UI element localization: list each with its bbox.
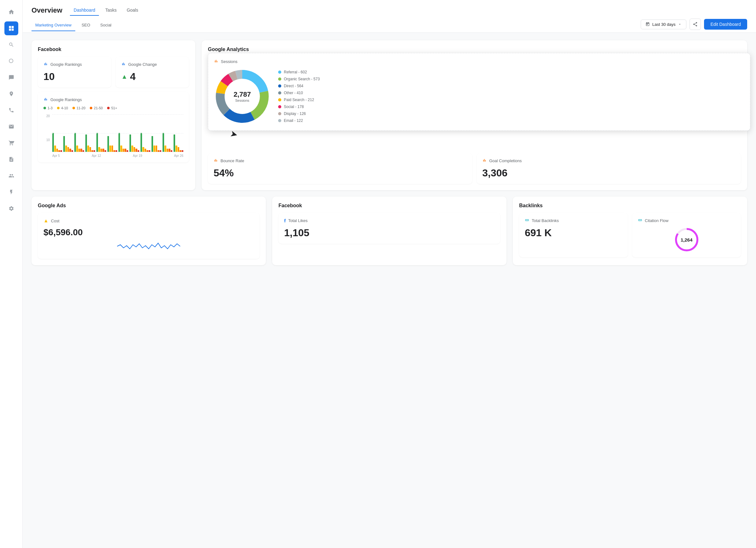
cost-label: Cost [51,219,60,223]
subtab-marketing[interactable]: Marketing Overview [31,20,75,31]
cart-icon[interactable] [4,136,18,150]
goal-label: Goal Completions [489,158,522,163]
sessions-container: 2,787 Sessions Referral - 602 Organic Se… [214,68,744,125]
citation-link-icon [638,218,642,223]
cost-sparkline [43,240,254,254]
sidebar [0,0,23,548]
mail-icon[interactable] [4,120,18,134]
chart-legend: 1-3 4-10 11-20 21-50 51+ [43,106,183,110]
legend-email: Email - 122 [284,118,303,123]
citation-flow-circle: 1,264 [638,227,735,252]
bounce-rate-card: Bounce Rate 54% [208,153,472,184]
nav-tabs: Dashboard Tasks Goals [70,5,142,15]
ga-section-title: Google Analytics [208,47,741,52]
bounce-icon [214,158,218,163]
home-icon[interactable] [4,5,18,19]
ga-lower-cards: Bounce Rate 54% Goal Completions [208,153,741,184]
legend-referral: Referral - 602 [284,70,307,74]
google-ads-icon: ▲ [43,218,49,224]
date-picker-button[interactable]: Last 30 days [641,20,687,29]
main-content: Overview Dashboard Tasks Goals Marketing… [23,0,756,548]
bar-chart-icon [43,62,48,67]
google-rankings-label: Google Rankings [50,62,82,67]
donut-center: 2,787 Sessions [233,90,251,102]
legend-4-10: 4-10 [61,106,68,110]
plugin-icon[interactable] [4,185,18,199]
google-ads-title: Google Ads [38,203,260,208]
page-title: Overview [31,6,62,14]
edit-dashboard-button[interactable]: Edit Dashboard [704,19,747,30]
rankings-chart-icon [43,97,48,102]
legend-1-3: 1-3 [48,106,53,110]
total-backlinks-value: 691 K [525,227,622,239]
legend-paid: Paid Search - 212 [284,98,314,102]
phone-icon[interactable] [4,103,18,117]
legend-display: Display - 126 [284,111,306,116]
facebook-section: Facebook Google Rankings 10 [31,40,195,190]
sub-tabs: Marketing Overview SEO Social [31,20,115,31]
compass-icon[interactable] [4,87,18,101]
share-button[interactable] [690,19,701,30]
sessions-label: Sessions [221,59,238,64]
legend-organic: Organic Search - 573 [284,77,320,81]
floating-arrow: ➤ [229,128,239,140]
file-icon[interactable] [4,152,18,166]
legend-direct: Direct - 564 [284,84,303,88]
google-change-label: Google Change [128,62,157,67]
settings-icon[interactable] [4,202,18,215]
sessions-legend: Referral - 602 Organic Search - 573 Dire… [278,70,320,123]
google-change-value: 4 [130,71,136,83]
tab-tasks[interactable]: Tasks [101,5,120,16]
legend-social: Social - 178 [284,105,304,109]
chart-icon[interactable] [4,54,18,68]
bar-chart-main: Apr 5 Apr 12 Apr 19 Apr 26 [52,114,183,157]
subtab-social[interactable]: Social [96,20,115,31]
total-backlinks-card: Total Backlinks 691 K [519,213,628,257]
rankings-chart-card: Google Rankings 1-3 4-10 11-20 21-50 51+… [38,92,189,163]
people-icon[interactable] [4,169,18,183]
facebook-ads-title: Facebook [278,203,500,208]
goal-completions-card: Goal Completions 3,306 [477,153,741,184]
likes-value: 1,105 [284,227,495,239]
cost-card: ▲ Cost $6,596.00 [38,213,260,259]
total-backlinks-label: Total Backlinks [532,218,559,223]
ga-lower-row: Bounce Rate 54% Goal Completions [208,153,741,184]
citation-flow-card: Citation Flow 1,264 [632,213,741,257]
likes-label: Total Likes [288,218,307,223]
citation-value: 1,264 [681,237,693,243]
citation-flow-label: Citation Flow [645,218,668,223]
subtab-seo[interactable]: SEO [78,20,94,31]
top-section: Facebook Google Rankings 10 [31,40,747,190]
google-ads-inner: ▲ Cost $6,596.00 [38,213,260,259]
facebook-icon: f [284,218,286,223]
sessions-donut-label: Sessions [233,99,251,102]
facebook-ads-section: Facebook f Total Likes 1,105 [272,197,507,265]
tab-goals[interactable]: Goals [123,5,142,16]
google-rankings-value: 10 [43,71,106,83]
legend-11-20: 11-20 [77,106,85,110]
backlinks-title: Backlinks [519,203,741,208]
legend-51plus: 51+ [111,106,117,110]
sessions-card: Sessions [208,53,750,131]
sessions-donut: 2,787 Sessions [214,68,271,125]
bar-chart-icon2 [121,62,126,67]
sessions-icon [214,59,218,64]
dashboard: Facebook Google Rankings 10 [23,33,756,548]
goal-icon [482,158,487,163]
chart-x-labels: Apr 5 Apr 12 Apr 19 Apr 26 [52,154,183,157]
backlinks-inner: Total Backlinks 691 K Citation Flow [519,213,741,257]
nav-actions: Last 30 days Edit Dashboard [641,19,747,32]
search-icon[interactable] [4,38,18,52]
tab-dashboard[interactable]: Dashboard [70,5,99,16]
y-axis: 20 10 [43,114,50,152]
cost-value: $6,596.00 [43,227,254,237]
chat-icon[interactable] [4,71,18,84]
backlinks-section: Backlinks Total Backlinks 691 K [513,197,747,265]
facebook-ads-inner: f Total Likes 1,105 [278,213,500,244]
backlinks-link-icon [525,218,529,223]
date-picker-label: Last 30 days [652,22,676,27]
dashboard-icon[interactable] [4,21,18,35]
bounce-label: Bounce Rate [221,158,244,163]
sessions-total: 2,787 [233,90,251,99]
legend-other: Other - 410 [284,91,303,95]
